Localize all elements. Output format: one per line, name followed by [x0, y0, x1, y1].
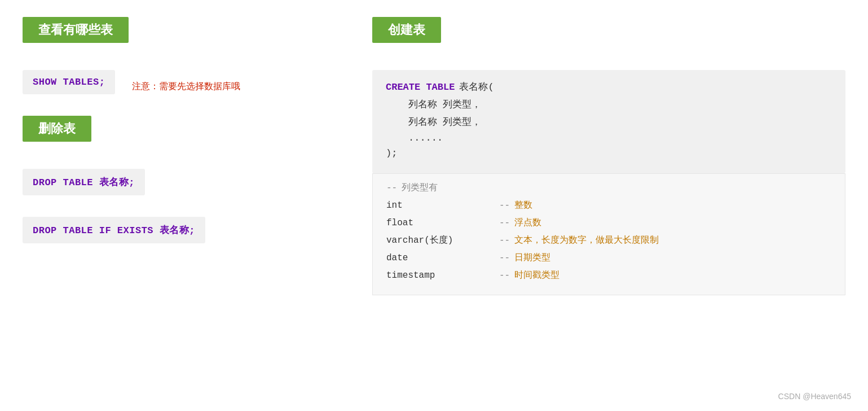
drop2-code: DROP TABLE IF EXISTS 表名称;	[33, 225, 195, 236]
type-timestamp-row: timestamp -- 时间戳类型	[386, 269, 831, 281]
type-varchar-row: varchar(长度) -- 文本，长度为数字，做最大长度限制	[386, 234, 831, 246]
section2-header: 删除表	[23, 116, 91, 142]
show-tables-note: 注意：需要先选择数据库哦	[132, 81, 240, 93]
right-panel: 创建表 CREATE TABLE 表名称( 列名称 列类型， 列名称 列类型， …	[361, 17, 845, 394]
type-float-desc: -- 浮点数	[499, 217, 541, 229]
create-kw: CREATE TABLE	[386, 82, 455, 93]
drop1-row: DROP TABLE 表名称;	[23, 169, 327, 204]
watermark: CSDN @Heaven645	[778, 392, 851, 401]
section3-header: 创建表	[372, 17, 441, 43]
type-float-name: float	[386, 218, 499, 228]
type-int-row: int -- 整数	[386, 199, 831, 211]
show-tables-block: SHOW TABLES;	[23, 70, 115, 94]
date-cn: 日期类型	[514, 252, 550, 264]
varchar-cn: 文本，长度为数字，做最大长度限制	[514, 234, 659, 246]
int-cn: 整数	[514, 199, 532, 211]
timestamp-dash: --	[499, 270, 510, 281]
date-dash: --	[499, 253, 510, 263]
type-timestamp-desc: -- 时间戳类型	[499, 269, 559, 281]
drop1-code: DROP TABLE 表名称;	[33, 177, 135, 188]
int-dash: --	[499, 200, 510, 211]
create-line2: 列名称 列类型，	[408, 98, 832, 111]
create-line3: 列名称 列类型，	[408, 115, 832, 128]
comment-cn: 列类型有	[402, 182, 438, 194]
comment-row: -- 列类型有	[386, 182, 831, 194]
type-int-desc: -- 整数	[499, 199, 532, 211]
type-date-row: date -- 日期类型	[386, 252, 831, 264]
type-float-row: float -- 浮点数	[386, 217, 831, 229]
section2-header-wrapper: 删除表	[23, 116, 327, 155]
float-dash: --	[499, 218, 510, 228]
timestamp-cn: 时间戳类型	[514, 269, 559, 281]
type-varchar-desc: -- 文本，长度为数字，做最大长度限制	[499, 234, 659, 246]
type-date-desc: -- 日期类型	[499, 252, 550, 264]
section3-header-wrapper: 创建表	[372, 17, 845, 56]
create-table-block: CREATE TABLE 表名称( 列名称 列类型， 列名称 列类型， ....…	[372, 70, 845, 173]
comment-dashes: --	[386, 183, 397, 193]
create-table-name: 表名称(	[459, 80, 494, 93]
show-tables-code: SHOW TABLES;	[33, 77, 105, 88]
section1-header-wrapper: 查看有哪些表	[23, 17, 327, 56]
create-line4: ......	[408, 133, 832, 143]
create-col1: 列名称 列类型，	[408, 98, 481, 111]
drop1-block: DROP TABLE 表名称;	[23, 169, 145, 195]
float-cn: 浮点数	[514, 217, 541, 229]
create-col2: 列名称 列类型，	[408, 115, 481, 128]
types-section: -- 列类型有 int -- 整数 float -- 浮点数 varchar(长…	[372, 173, 845, 295]
type-varchar-name: varchar(长度)	[386, 234, 499, 246]
section1-header: 查看有哪些表	[23, 17, 129, 43]
create-line5: );	[386, 148, 832, 159]
create-ellipsis: ......	[408, 133, 443, 143]
drop2-block: DROP TABLE IF EXISTS 表名称;	[23, 217, 205, 243]
create-line1: CREATE TABLE 表名称(	[386, 80, 832, 93]
show-tables-row: SHOW TABLES; 注意：需要先选择数据库哦	[23, 70, 327, 103]
drop2-row: DROP TABLE IF EXISTS 表名称;	[23, 217, 327, 252]
left-panel: 查看有哪些表 SHOW TABLES; 注意：需要先选择数据库哦 删除表 DRO…	[23, 17, 361, 394]
type-date-name: date	[386, 253, 499, 263]
varchar-dash: --	[499, 235, 510, 246]
type-int-name: int	[386, 200, 499, 211]
create-close: );	[386, 148, 397, 159]
type-timestamp-name: timestamp	[386, 270, 499, 281]
